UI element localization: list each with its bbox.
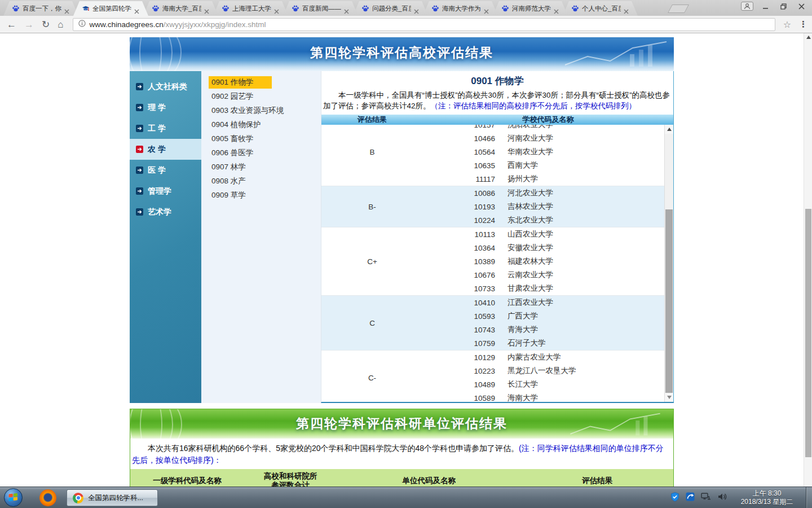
restore-icon[interactable]: [777, 2, 789, 11]
tab-close-icon[interactable]: [274, 6, 279, 11]
browser-tab[interactable]: 问题分类_百度: [353, 1, 428, 16]
sidebar-item[interactable]: 人文社科类: [130, 76, 201, 97]
discipline-nav-label[interactable]: 0904 植物保护: [209, 119, 264, 131]
security-shield-icon[interactable]: [670, 492, 679, 504]
discipline-nav-item[interactable]: 0907 林学: [209, 160, 321, 174]
discipline-nav-item[interactable]: 0902 园艺学: [209, 89, 321, 103]
browser-tab[interactable]: 个人中心_百度: [563, 1, 638, 16]
discipline-title: 0901 作物学: [321, 71, 673, 89]
arrow-icon: [136, 167, 143, 174]
address-bar[interactable]: www.chinadegrees.cn/xwyyjsjyxx/xkpgjg/in…: [73, 18, 775, 31]
discipline-nav-item[interactable]: 0903 农业资源与环境: [209, 103, 321, 117]
minimize-icon[interactable]: [759, 2, 771, 11]
browser-tab[interactable]: 百度一下，你: [3, 1, 78, 16]
page-title: 第四轮学科评估高校评估结果: [130, 44, 674, 62]
page-viewport: 第四轮学科评估高校评估结果 人文社科类 理 学: [0, 33, 804, 487]
sidebar-item[interactable]: 工 学: [130, 118, 201, 139]
grade-label: C: [321, 296, 423, 350]
forward-icon[interactable]: →: [24, 20, 34, 29]
grade-group-rows: 10086 河北农业大学 10193 吉林农业大学 10224 东北农业大学: [423, 186, 664, 227]
grade-group: C+ 10113 山西农业大学 10364 安徽农业大学: [321, 227, 664, 295]
university-name: 河北农业大学: [508, 188, 553, 198]
tab-close-icon[interactable]: [414, 6, 419, 11]
browser-menu-icon[interactable]: ⋮: [799, 19, 807, 29]
tab-close-icon[interactable]: [344, 6, 349, 11]
browser-tab[interactable]: 河南师范大学: [493, 1, 568, 16]
reload-icon[interactable]: ↻: [42, 20, 50, 29]
window-controls: [741, 2, 807, 11]
tab-close-icon[interactable]: [204, 6, 209, 11]
tab-close-icon[interactable]: [554, 6, 559, 11]
column-header-school: 学校代码及名称: [423, 115, 673, 125]
firefox-icon[interactable]: [39, 489, 56, 506]
browser-tab[interactable]: 海南大学_百度: [143, 1, 218, 16]
tab-title: 百度新闻——: [302, 5, 341, 13]
volume-icon[interactable]: [718, 492, 727, 503]
discipline-nav-label[interactable]: 0909 草学: [209, 189, 249, 202]
tab-close-icon[interactable]: [134, 6, 139, 11]
sidebar-item[interactable]: 理 学: [130, 97, 201, 118]
discipline-nav-item[interactable]: 0908 水产: [209, 174, 321, 188]
discipline-nav-item[interactable]: 0906 兽医学: [209, 146, 321, 160]
research-results-banner: 第四轮学科评估科研单位评估结果: [130, 409, 673, 439]
sidebar-item[interactable]: 农 学: [130, 139, 201, 160]
discipline-nav-label[interactable]: 0905 畜牧学: [209, 133, 256, 145]
discipline-nav-label[interactable]: 0907 林学: [209, 161, 249, 173]
university-name: 青海大学: [508, 325, 538, 335]
discipline-nav-label[interactable]: 0901 作物学: [209, 76, 272, 89]
browser-tab[interactable]: 全国第四轮学科: [73, 1, 148, 16]
new-tab-button[interactable]: [668, 5, 689, 13]
scroll-down-arrow[interactable]: [665, 393, 673, 402]
close-icon[interactable]: [795, 2, 807, 11]
results-table-header: 评估结果 学校代码及名称: [321, 115, 673, 125]
chrome-taskbar-button[interactable]: 全国第四轮学科...: [67, 489, 158, 506]
discipline-nav-label[interactable]: 0906 兽医学: [209, 147, 256, 159]
table-row: 10086 河北农业大学: [423, 186, 664, 200]
show-desktop-button[interactable]: [806, 487, 812, 508]
research-section-title: 第四轮学科评估科研单位评估结果: [130, 415, 673, 432]
back-icon[interactable]: ←: [7, 20, 16, 29]
university-code: 11117: [423, 175, 508, 183]
discipline-nav-label[interactable]: 0908 水产: [209, 175, 249, 187]
table-scrollbar-thumb[interactable]: [665, 209, 673, 393]
browser-tab[interactable]: 百度新闻——: [283, 1, 358, 16]
university-code: 10157: [423, 125, 508, 129]
discipline-nav-label[interactable]: 0903 农业资源与环境: [209, 104, 286, 117]
start-button[interactable]: [4, 488, 23, 507]
university-code: 10224: [423, 216, 508, 225]
browser-scrollbar[interactable]: [804, 33, 812, 487]
table-row: 10129 内蒙古农业大学: [423, 351, 664, 364]
network-icon[interactable]: [701, 492, 712, 503]
discipline-nav-item[interactable]: 0904 植物保护: [209, 117, 321, 132]
info-icon[interactable]: [78, 19, 86, 29]
discipline-nav-item[interactable]: 0905 畜牧学: [209, 132, 321, 146]
browser-scrollbar-thumb[interactable]: [805, 209, 811, 457]
taskbar-clock[interactable]: 上午 8:30 2018/3/13 星期二: [731, 489, 803, 506]
profile-icon[interactable]: [741, 2, 753, 11]
table-row: 10193 吉林农业大学: [423, 200, 664, 213]
chrome-taskbar-label: 全国第四轮学科...: [88, 493, 143, 503]
browser-scroll-up-arrow[interactable]: [806, 36, 811, 39]
tab-close-icon[interactable]: [624, 6, 629, 11]
messenger-tray-icon[interactable]: [686, 492, 695, 503]
home-icon[interactable]: ⌂: [58, 20, 63, 29]
tab-close-icon[interactable]: [484, 6, 489, 11]
sidebar-item[interactable]: 管理学: [130, 181, 201, 202]
sidebar-item[interactable]: 艺术学: [130, 202, 201, 222]
table-scrollbar[interactable]: [664, 125, 673, 402]
discipline-nav-item[interactable]: 0909 草学: [209, 188, 321, 202]
university-name: 广西大学: [508, 311, 538, 321]
sidebar-item[interactable]: 医 学: [130, 160, 201, 181]
browser-tab[interactable]: 上海理工大学_: [213, 1, 288, 16]
browser-tab[interactable]: 海南大学作为: [423, 1, 498, 16]
university-code: 10389: [423, 257, 508, 266]
tab-close-icon[interactable]: [64, 6, 69, 11]
discipline-nav-label[interactable]: 0902 园艺学: [209, 90, 256, 103]
discipline-nav-item[interactable]: 0901 作物学: [209, 75, 321, 89]
bookmark-star-icon[interactable]: ☆: [783, 19, 791, 30]
table-row: 10157 沈阳农业大学: [423, 125, 664, 132]
scroll-up-arrow[interactable]: [665, 125, 673, 134]
university-code: 10410: [423, 299, 508, 307]
university-code: 10223: [423, 367, 508, 375]
intro-note: （注：评估结果相同的高校排序不分先后，按学校代码排列）: [431, 102, 637, 110]
